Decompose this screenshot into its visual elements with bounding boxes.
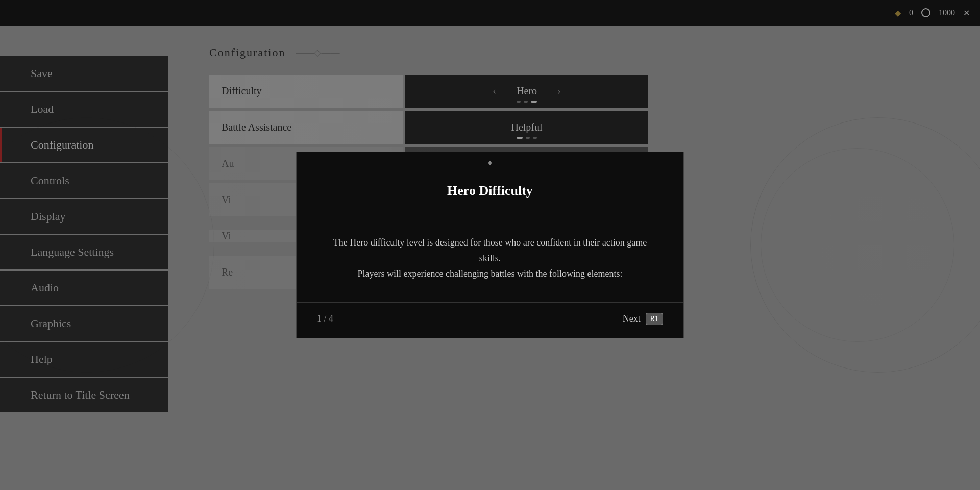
modal-page-indicator: 1 / 4 (317, 313, 333, 324)
modal-footer: 1 / 4 Next R1 (297, 302, 683, 338)
modal-title: Hero Difficulty (317, 183, 663, 199)
modal-body-text: The Hero difficulty level is designed fo… (322, 235, 658, 282)
modal-dialog: ⬧ Hero Difficulty The Hero difficulty le… (296, 152, 684, 338)
modal-header: Hero Difficulty (297, 168, 683, 209)
modal-top-deco: ⬧ (297, 152, 683, 168)
deco-line-left (381, 162, 483, 162)
modal-overlay: ⬧ Hero Difficulty The Hero difficulty le… (0, 0, 980, 490)
modal-next-label: Next (623, 313, 641, 324)
modal-diamond-icon: ⬧ (487, 156, 493, 168)
modal-next-key: R1 (646, 313, 663, 325)
modal-next-button[interactable]: Next R1 (623, 313, 663, 325)
deco-line-right (497, 162, 599, 162)
modal-body: The Hero difficulty level is designed fo… (297, 209, 683, 302)
